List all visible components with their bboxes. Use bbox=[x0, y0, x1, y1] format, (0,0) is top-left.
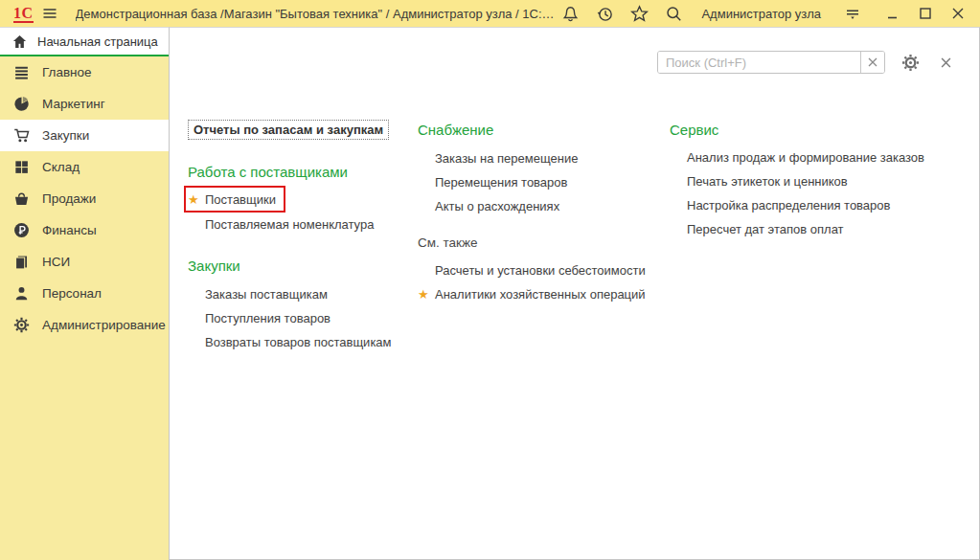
favorite-star-icon[interactable]: ★ bbox=[188, 193, 205, 206]
clear-x-icon bbox=[868, 57, 877, 67]
command-label: Заказы поставщикам bbox=[205, 287, 328, 302]
command-link-nastroyka-raspredeleniya[interactable]: Настройка распределения товаров bbox=[670, 193, 980, 217]
group-header-see-also: См. также bbox=[418, 235, 665, 250]
command-link-peremeshcheniya-tovarov[interactable]: Перемещения товаров bbox=[418, 170, 665, 194]
star-icon bbox=[630, 5, 649, 23]
annotation-highlight: ★ Поставщики bbox=[184, 186, 285, 213]
pie-icon bbox=[13, 96, 30, 112]
minimize-button[interactable] bbox=[880, 2, 905, 25]
1c-logo: 1С bbox=[13, 5, 34, 23]
sidebar-item-personal[interactable]: Персонал bbox=[0, 278, 169, 309]
sidebar-item-administrirovanie[interactable]: Администрирование bbox=[0, 309, 169, 341]
minimize-icon bbox=[885, 6, 900, 21]
sidebar-item-label: Персонал bbox=[42, 286, 102, 301]
ruble-icon bbox=[13, 222, 30, 238]
search-input[interactable] bbox=[658, 52, 860, 73]
search-icon bbox=[665, 5, 683, 23]
sections-icon bbox=[13, 64, 30, 80]
group-header-zakupki[interactable]: Закупки bbox=[188, 258, 416, 274]
command-link-pereschet-dat[interactable]: Пересчет дат этапов оплат bbox=[670, 217, 980, 241]
sidebar-item-label: Склад bbox=[42, 160, 80, 174]
command-column-2: Снабжение Заказы на перемещение Перемеще… bbox=[418, 122, 665, 306]
sidebar-item-label: Маркетинг bbox=[42, 97, 105, 111]
sidebar-item-finansy[interactable]: Финансы bbox=[0, 214, 169, 246]
hamburger-icon bbox=[41, 5, 58, 22]
command-label: Пересчет дат этапов оплат bbox=[687, 222, 844, 236]
history-clock-icon bbox=[596, 5, 614, 23]
panel-settings-button[interactable] bbox=[900, 52, 921, 73]
sidebar-item-label: Финансы bbox=[42, 223, 97, 237]
sidebar-item-label: Продажи bbox=[42, 191, 96, 206]
group-header-suppliers-work[interactable]: Работа с поставщиками bbox=[188, 164, 416, 180]
command-link-postavlyaemaya-nomenklatura[interactable]: Поставляемая номенклатура bbox=[188, 213, 416, 236]
command-label: Поставщики bbox=[205, 192, 276, 207]
group-header-snabzhenie[interactable]: Снабжение bbox=[418, 122, 665, 138]
command-label: Перемещения товаров bbox=[435, 175, 567, 190]
sidebar-item-label: Главное bbox=[42, 65, 92, 79]
command-link-postupleniya-tovarov[interactable]: Поступления товаров bbox=[188, 306, 416, 330]
notifications-button[interactable] bbox=[558, 2, 582, 25]
history-button[interactable] bbox=[592, 2, 617, 25]
favorite-star-icon[interactable]: ★ bbox=[418, 288, 435, 301]
sidebar-item-zakupki[interactable]: Закупки bbox=[0, 120, 169, 151]
sidebar-item-prodazhi[interactable]: Продажи bbox=[0, 183, 169, 214]
sidebar-item-sklad[interactable]: Склад bbox=[0, 151, 169, 183]
sidebar-item-nsi[interactable]: НСИ bbox=[0, 246, 169, 278]
gear-icon bbox=[13, 317, 30, 333]
basket-icon bbox=[13, 190, 30, 207]
command-label: Поступления товаров bbox=[205, 311, 330, 325]
panel-close-button[interactable] bbox=[935, 52, 956, 73]
start-page-panel: Отчеты по запасам и закупкам Работа с по… bbox=[169, 27, 980, 560]
service-settings-button[interactable] bbox=[840, 2, 865, 25]
sidebar-item-label: Администрирование bbox=[42, 318, 166, 332]
command-link-zakazy-na-peremeshchenie[interactable]: Заказы на перемещение bbox=[418, 146, 665, 170]
search-clear-button[interactable] bbox=[860, 52, 884, 73]
sidebar-item-marketing[interactable]: Маркетинг bbox=[0, 88, 169, 120]
grid-icon bbox=[13, 159, 30, 175]
command-label: Акты о расхождениях bbox=[435, 199, 559, 213]
command-label: Возвраты товаров поставщикам bbox=[205, 335, 392, 349]
home-icon bbox=[11, 34, 28, 50]
sidebar-item-label: Закупки bbox=[42, 128, 89, 143]
sidebar-item-label: НСИ bbox=[42, 255, 70, 269]
command-label: Расчеты и установки себестоимости bbox=[435, 263, 646, 278]
titlebar: 1С Демонстрационная база /Магазин "Бытов… bbox=[0, 0, 980, 27]
command-link-akty-o-raskhozhdeniyakh[interactable]: Акты о расхождениях bbox=[418, 194, 665, 218]
section-panel: Начальная страница Главное Маркетинг Зак… bbox=[0, 27, 169, 560]
command-link-analiz-prodazh[interactable]: Анализ продаж и формирование заказов bbox=[670, 146, 980, 169]
person-icon bbox=[13, 285, 30, 302]
command-column-3: Сервис Анализ продаж и формирование зака… bbox=[670, 122, 980, 241]
gear-icon bbox=[901, 54, 920, 72]
maximize-button[interactable] bbox=[913, 2, 938, 25]
current-user[interactable]: Администратор узла bbox=[701, 7, 821, 21]
favorites-button[interactable] bbox=[627, 2, 651, 25]
command-label: Настройка распределения товаров bbox=[687, 198, 890, 213]
command-link-zakazy-postavshchikam[interactable]: Заказы поставщикам bbox=[188, 282, 416, 306]
close-button[interactable] bbox=[946, 2, 970, 25]
command-link-postavshchiki[interactable]: ★ Поставщики bbox=[188, 190, 276, 209]
sidebar-item-glavnoe[interactable]: Главное bbox=[0, 56, 169, 88]
command-link-vozvraty-tovarov[interactable]: Возвраты товаров поставщикам bbox=[188, 330, 416, 354]
global-search-button[interactable] bbox=[661, 2, 686, 25]
command-label: Заказы на перемещение bbox=[435, 151, 578, 166]
command-link-pechat-etiketok[interactable]: Печать этикеток и ценников bbox=[670, 169, 980, 193]
function-search-bar bbox=[657, 51, 956, 74]
command-label: Анализ продаж и формирование заказов bbox=[687, 150, 924, 165]
command-link-analitiki-operatsiy[interactable]: ★ Аналитики хозяйственных операций bbox=[418, 282, 665, 306]
main-menu-button[interactable] bbox=[37, 2, 62, 25]
group-header-servis[interactable]: Сервис bbox=[670, 122, 980, 138]
books-icon bbox=[13, 254, 30, 270]
command-link-raschety-sebestoimosti[interactable]: Расчеты и установки себестоимости bbox=[418, 258, 665, 282]
close-icon bbox=[950, 6, 966, 21]
command-column-1: Отчеты по запасам и закупкам Работа с по… bbox=[188, 120, 416, 354]
app-window: 1С Демонстрационная база /Магазин "Бытов… bbox=[0, 0, 980, 560]
maximize-icon bbox=[918, 6, 933, 21]
sidebar-item-home[interactable]: Начальная страница bbox=[0, 27, 169, 56]
close-icon bbox=[941, 57, 951, 68]
window-title: Демонстрационная база /Магазин "Бытовая … bbox=[76, 7, 558, 21]
bell-icon bbox=[561, 5, 580, 23]
command-label: Аналитики хозяйственных операций bbox=[435, 287, 646, 302]
command-label: Поставляемая номенклатура bbox=[205, 217, 374, 232]
reports-link[interactable]: Отчеты по запасам и закупкам bbox=[188, 120, 389, 140]
command-label: Печать этикеток и ценников bbox=[687, 174, 848, 189]
